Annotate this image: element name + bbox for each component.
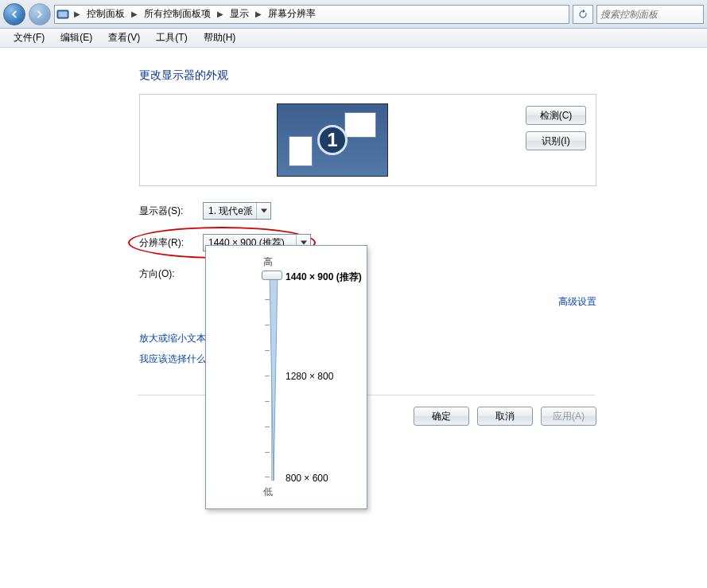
resolution-dropdown[interactable]: 高 1440 × 900 (推荐) 1280 × 800 800 × 600 低 (205, 245, 367, 509)
monitor-number-badge: 1 (317, 125, 348, 155)
cancel-button[interactable]: 取消 (477, 407, 533, 426)
orientation-label: 方向(O): (139, 267, 203, 281)
text-size-link[interactable]: 放大或缩小文本 (139, 333, 206, 344)
menubar: 文件(F) 编辑(E) 查看(V) 工具(T) 帮助(H) (0, 29, 707, 48)
slider-high-label: 高 (263, 255, 359, 269)
search-box[interactable] (596, 5, 704, 24)
menu-tools[interactable]: 工具(T) (149, 28, 194, 48)
resolution-option-recommended[interactable]: 1440 × 900 (推荐) (286, 271, 362, 284)
page-title: 更改显示器的外观 (139, 68, 683, 83)
nav-forward-button[interactable] (29, 3, 51, 25)
preview-window-icon (344, 112, 376, 138)
slider-thumb[interactable] (262, 271, 282, 280)
slider-low-label: 低 (263, 485, 359, 499)
svg-rect-1 (59, 11, 68, 17)
monitor-row: 显示器(S): 1. 现代e派 (139, 202, 683, 220)
breadcrumb[interactable]: ▶ 控制面板 ▶ 所有控制面板项 ▶ 显示 ▶ 屏幕分辨率 (54, 5, 569, 24)
resolution-option-1280[interactable]: 1280 × 800 (286, 371, 333, 382)
breadcrumb-control-panel[interactable]: 控制面板 (82, 6, 130, 23)
resolution-label: 分辨率(R): (139, 236, 203, 250)
menu-view[interactable]: 查看(V) (101, 28, 147, 48)
chevron-right-icon: ▶ (254, 10, 263, 18)
monitor-select-value: 1. 现代e派 (208, 204, 253, 218)
breadcrumb-display[interactable]: 显示 (225, 6, 254, 23)
ok-button[interactable]: 确定 (414, 407, 469, 426)
monitor-select[interactable]: 1. 现代e派 (203, 202, 271, 220)
chevron-down-icon (256, 203, 270, 219)
resolution-slider[interactable]: 1440 × 900 (推荐) 1280 × 800 800 × 600 (263, 274, 359, 481)
detect-button[interactable]: 检测(C) (526, 106, 586, 125)
preview-window-icon (289, 136, 313, 166)
advanced-settings-link[interactable]: 高级设置 (558, 296, 596, 307)
monitor-preview-panel: 1 检测(C) 识别(I) (139, 94, 596, 186)
refresh-button[interactable] (573, 5, 593, 24)
which-settings-link[interactable]: 我应该选择什么 (139, 353, 206, 364)
identify-button[interactable]: 识别(I) (526, 131, 586, 150)
control-panel-icon (56, 8, 69, 21)
resolution-option-800[interactable]: 800 × 600 (286, 473, 328, 484)
menu-edit[interactable]: 编辑(E) (53, 28, 99, 48)
breadcrumb-all-items[interactable]: 所有控制面板项 (139, 6, 216, 23)
monitor-label: 显示器(S): (139, 204, 203, 218)
chevron-right-icon: ▶ (216, 10, 225, 18)
apply-button[interactable]: 应用(A) (541, 407, 596, 426)
nav-back-button[interactable] (3, 3, 25, 25)
svg-marker-2 (270, 274, 278, 481)
slider-gradient-icon (268, 274, 279, 481)
chevron-right-icon: ▶ (72, 10, 82, 18)
window-addressbar: ▶ 控制面板 ▶ 所有控制面板项 ▶ 显示 ▶ 屏幕分辨率 (0, 0, 707, 29)
monitor-thumbnail[interactable]: 1 (277, 103, 388, 177)
chevron-right-icon: ▶ (130, 10, 139, 18)
menu-help[interactable]: 帮助(H) (196, 28, 243, 48)
breadcrumb-resolution[interactable]: 屏幕分辨率 (263, 6, 320, 23)
search-input[interactable] (600, 9, 700, 20)
menu-file[interactable]: 文件(F) (6, 28, 52, 48)
